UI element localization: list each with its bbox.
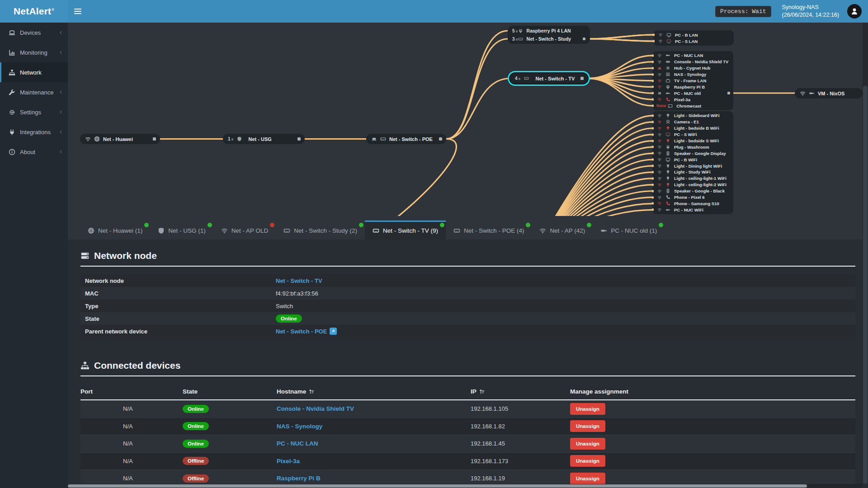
details-panel: Network node Network node Net - Switch -… xyxy=(68,239,868,488)
vertical-scrollbar-thumb[interactable] xyxy=(863,86,868,484)
device-row[interactable]: Camera - E1 xyxy=(652,119,733,125)
collapse-handle[interactable] xyxy=(727,92,730,94)
edge-stub xyxy=(652,190,654,192)
nav-back-icon[interactable] xyxy=(622,5,634,17)
device-row[interactable]: Light - Sideboard WiFi xyxy=(652,113,733,119)
device-row[interactable]: TV - Frame LAN xyxy=(652,78,733,84)
node-tab[interactable]: Net - Huawei (1) xyxy=(80,221,150,239)
device-row[interactable]: PC - S LAN xyxy=(653,38,734,44)
device-row[interactable]: Pixel-3a xyxy=(652,96,733,103)
collapse-handle[interactable] xyxy=(439,137,442,141)
device-row[interactable]: Speaker - Google Display xyxy=(652,150,733,156)
phone-icon xyxy=(665,201,671,206)
hostname-link[interactable]: NAS - Synology xyxy=(277,423,322,430)
wifi-icon xyxy=(656,120,662,124)
collapse-handle[interactable] xyxy=(153,137,156,141)
unassign-button[interactable]: Unassign xyxy=(570,473,605,484)
edge-stub xyxy=(652,183,654,186)
edge-stub xyxy=(652,202,654,205)
node-tab[interactable]: Net - Switch - Study (2) xyxy=(276,221,365,239)
device-label: Net - Switch - POE xyxy=(389,136,433,142)
device-row[interactable]: PC - S WiFi xyxy=(652,131,733,138)
device-row[interactable]: Plug - Washroom xyxy=(652,144,733,150)
device-label: Speaker - Google Display xyxy=(674,151,726,156)
device-row[interactable]: Console - Nvidia Shield TV xyxy=(652,59,733,65)
network-topology-diagram[interactable]: Net - Huawei1Net - USGNet - Switch - POE… xyxy=(68,23,868,216)
node-tab[interactable]: PC - NUC old (1) xyxy=(593,221,665,239)
node-tab[interactable]: Net - Switch - POE (4) xyxy=(446,221,532,239)
sidebar-item[interactable]: Monitoring xyxy=(0,42,68,62)
horizontal-scrollbar-thumb[interactable] xyxy=(68,484,807,488)
move-pan-icon[interactable] xyxy=(676,5,688,17)
sidebar-item[interactable]: About xyxy=(0,142,68,162)
topology-node-usg[interactable]: 1Net - USG xyxy=(223,134,305,144)
device-row[interactable]: Phone - Pixel 6 xyxy=(652,194,733,201)
sidebar-item[interactable]: Network xyxy=(0,62,68,82)
vertical-scrollbar[interactable] xyxy=(863,23,868,484)
edge xyxy=(520,116,652,216)
avatar[interactable] xyxy=(847,4,862,19)
device-row[interactable]: PC - NUC LAN xyxy=(652,52,733,59)
sort-icon[interactable] xyxy=(479,389,485,394)
sidebar-item[interactable]: Devices xyxy=(0,23,68,42)
unassign-button[interactable]: Unassign xyxy=(570,420,605,432)
extarrow-icon[interactable] xyxy=(330,328,337,335)
device-row[interactable]: PC - B WiFi xyxy=(652,156,733,163)
device-row[interactable]: Light - ceiling-light-2 WiFi xyxy=(652,182,733,188)
collapse-handle[interactable] xyxy=(297,137,301,141)
detail-value-link[interactable]: Net - Switch - POE xyxy=(276,328,327,335)
collapse-handle[interactable] xyxy=(583,38,585,40)
device-row[interactable]: Hub - Cygnet Hub xyxy=(652,65,733,71)
topology-node-row[interactable]: 5Raspberry Pi 4 LAN xyxy=(508,27,590,35)
node-tab[interactable]: Net - USG (1) xyxy=(150,221,213,239)
topology-node-poe[interactable]: Net - Switch - POE xyxy=(366,134,446,144)
device-row[interactable]: Light - ceiling-light-1 WiFi xyxy=(652,175,733,182)
app-logo[interactable]: NetAlertx xyxy=(0,0,68,23)
node-tab[interactable]: Net - AP OLD xyxy=(213,221,276,239)
topology-node-row[interactable]: 3Net - Switch - Study xyxy=(508,35,590,43)
sort-icon[interactable] xyxy=(309,389,315,394)
switchbox-icon xyxy=(524,76,529,81)
collapse-handle[interactable] xyxy=(580,77,584,80)
device-row[interactable]: Raspberry Pi B xyxy=(652,84,733,90)
device-row[interactable]: Light - bedside S WiFi xyxy=(652,138,733,144)
gear-icon xyxy=(8,108,16,116)
sidebar-item[interactable]: Settings xyxy=(0,102,68,122)
device-row[interactable]: PC - B LAN xyxy=(653,32,734,38)
device-row[interactable]: NoneChromecast xyxy=(652,103,733,109)
device-row[interactable]: PC - NUC old xyxy=(652,90,733,96)
menu-toggle-icon[interactable] xyxy=(68,0,88,23)
node-tab[interactable]: Net - Switch - TV (9) xyxy=(365,221,446,239)
sidebar-item[interactable]: Integrations xyxy=(0,122,68,142)
nav-forward-icon[interactable] xyxy=(640,5,652,17)
hostname-link[interactable]: Raspberry Pi B xyxy=(277,475,321,482)
port-cell: N/A xyxy=(80,458,183,465)
topology-node-huawei[interactable]: Net - Huawei xyxy=(80,134,160,144)
device-row[interactable]: Phone - Samsung S10 xyxy=(652,200,733,206)
edge-stub xyxy=(653,34,655,36)
bulb-icon xyxy=(665,182,671,187)
topology-node-tv[interactable]: 4Net - Switch - TV xyxy=(510,73,588,84)
device-row[interactable]: PC - NUC WiFi xyxy=(652,206,733,213)
unassign-button[interactable]: Unassign xyxy=(570,438,605,450)
device-row[interactable]: Light - bedside B WiFi xyxy=(652,125,733,131)
horizontal-scrollbar[interactable] xyxy=(68,484,863,488)
hostname-link[interactable]: Pixel-3a xyxy=(277,458,300,465)
topology-node-vm[interactable]: VM - NixOS xyxy=(795,88,863,99)
device-row[interactable]: Light - Dining light WiFi xyxy=(652,163,733,169)
sidebar-item[interactable]: Maintenance xyxy=(0,82,68,102)
hostname-link[interactable]: Console - Nvidia Shield TV xyxy=(277,405,354,412)
refresh-icon[interactable] xyxy=(658,5,670,17)
node-tab-label: PC - NUC old (1) xyxy=(611,227,657,234)
unassign-button[interactable]: Unassign xyxy=(570,455,605,467)
notifications-bell-icon[interactable] xyxy=(694,5,706,17)
node-tab[interactable]: Net - AP (42) xyxy=(532,221,593,239)
device-row[interactable]: Light - Study WiFi xyxy=(652,169,733,175)
unassign-button[interactable]: Unassign xyxy=(570,403,605,415)
detail-value: Switch xyxy=(276,303,293,310)
device-row[interactable]: Speaker - Google - Black xyxy=(652,188,733,194)
hostname-link[interactable]: PC - NUC LAN xyxy=(277,440,318,447)
device-row[interactable]: NAS - Synology xyxy=(652,71,733,78)
plug-icon xyxy=(8,128,16,136)
detail-value-link[interactable]: Net - Switch - TV xyxy=(276,277,322,284)
